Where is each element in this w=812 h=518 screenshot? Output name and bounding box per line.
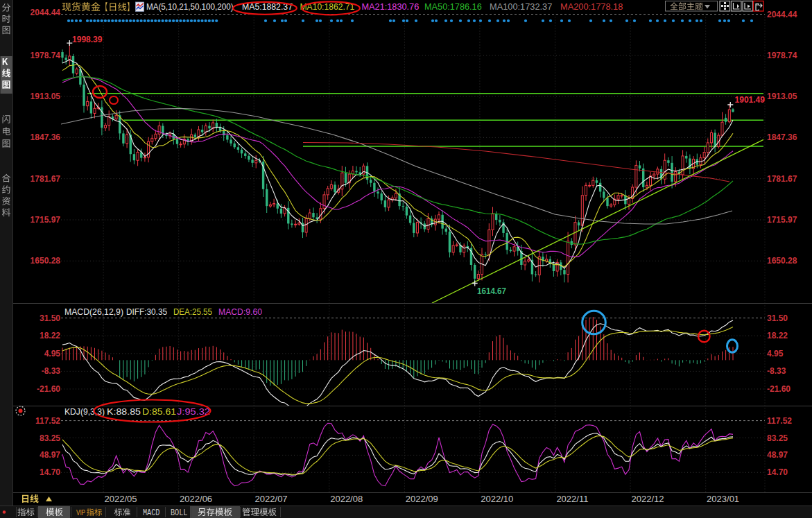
svg-text:1901.49: 1901.49 — [735, 95, 766, 105]
svg-text:MA(5,10,21,50,100,200): MA(5,10,21,50,100,200) — [146, 2, 234, 12]
svg-text:1978.74: 1978.74 — [767, 51, 797, 60]
svg-text:1781.67: 1781.67 — [31, 174, 61, 184]
svg-text:117.52: 117.52 — [767, 416, 792, 426]
svg-text:18.22: 18.22 — [767, 331, 788, 340]
svg-text:-21.60: -21.60 — [37, 384, 60, 394]
svg-text:-21.60: -21.60 — [767, 384, 791, 394]
svg-text:MA100:1732.37: MA100:1732.37 — [490, 2, 552, 12]
svg-text:MA21:1830.76: MA21:1830.76 — [362, 2, 420, 12]
svg-text:2022/10: 2022/10 — [481, 494, 513, 504]
svg-text:2022/07: 2022/07 — [255, 494, 288, 504]
svg-text:1847.36: 1847.36 — [31, 132, 61, 142]
svg-text:18.22: 18.22 — [40, 331, 60, 340]
svg-text:31.50: 31.50 — [40, 313, 60, 323]
svg-text:31.50: 31.50 — [767, 313, 788, 323]
svg-text:14.70: 14.70 — [40, 467, 60, 477]
svg-text:1913.05: 1913.05 — [767, 92, 797, 101]
svg-text:83.25: 83.25 — [767, 433, 788, 443]
svg-text:1650.28: 1650.28 — [767, 256, 797, 266]
svg-text:MACD: MACD — [143, 508, 160, 518]
svg-text:MA200:1778.18: MA200:1778.18 — [560, 2, 623, 12]
svg-text:VIP: VIP — [76, 508, 85, 517]
svg-text:48.97: 48.97 — [40, 450, 60, 460]
svg-text:-8.33: -8.33 — [42, 366, 61, 376]
svg-text:2022/09: 2022/09 — [406, 494, 438, 504]
svg-text:D:85.61: D:85.61 — [142, 406, 176, 417]
svg-text:1998.39: 1998.39 — [72, 35, 103, 44]
svg-text:2044.44: 2044.44 — [767, 10, 797, 19]
svg-text:48.97: 48.97 — [767, 450, 788, 460]
svg-text:MACD(26,12,9): MACD(26,12,9) — [64, 307, 123, 317]
svg-text:2022/06: 2022/06 — [180, 494, 212, 504]
svg-text:1913.05: 1913.05 — [31, 92, 61, 101]
svg-text:1781.67: 1781.67 — [767, 174, 797, 184]
svg-text:2022/05: 2022/05 — [105, 494, 137, 504]
svg-text:1847.36: 1847.36 — [767, 132, 797, 142]
svg-text:MACD:9.60: MACD:9.60 — [218, 307, 262, 317]
svg-text:2022/11: 2022/11 — [556, 494, 588, 504]
svg-text:1978.74: 1978.74 — [31, 51, 61, 60]
svg-text:DIFF:30.35: DIFF:30.35 — [126, 307, 167, 317]
svg-text:BOLL: BOLL — [171, 508, 188, 518]
svg-text:4.95: 4.95 — [767, 349, 784, 359]
svg-text:14.70: 14.70 — [767, 467, 788, 477]
svg-text:2022/12: 2022/12 — [632, 494, 664, 504]
svg-text:MA50:1786.16: MA50:1786.16 — [424, 2, 482, 12]
svg-text:2022/08: 2022/08 — [330, 494, 363, 504]
svg-text:83.25: 83.25 — [40, 433, 60, 443]
svg-text:117.52: 117.52 — [35, 416, 60, 426]
svg-text:2023/01: 2023/01 — [707, 494, 739, 504]
svg-text:1715.97: 1715.97 — [767, 215, 797, 225]
svg-text:2044.44: 2044.44 — [31, 8, 61, 17]
svg-text:1715.97: 1715.97 — [31, 215, 61, 225]
svg-text:K:88.85: K:88.85 — [107, 406, 141, 417]
svg-text:1650.28: 1650.28 — [31, 256, 61, 266]
svg-text:4.95: 4.95 — [44, 349, 61, 359]
svg-text:DEA:25.55: DEA:25.55 — [173, 307, 212, 317]
svg-text:-8.33: -8.33 — [767, 366, 786, 376]
svg-text:1614.67: 1614.67 — [477, 286, 506, 296]
